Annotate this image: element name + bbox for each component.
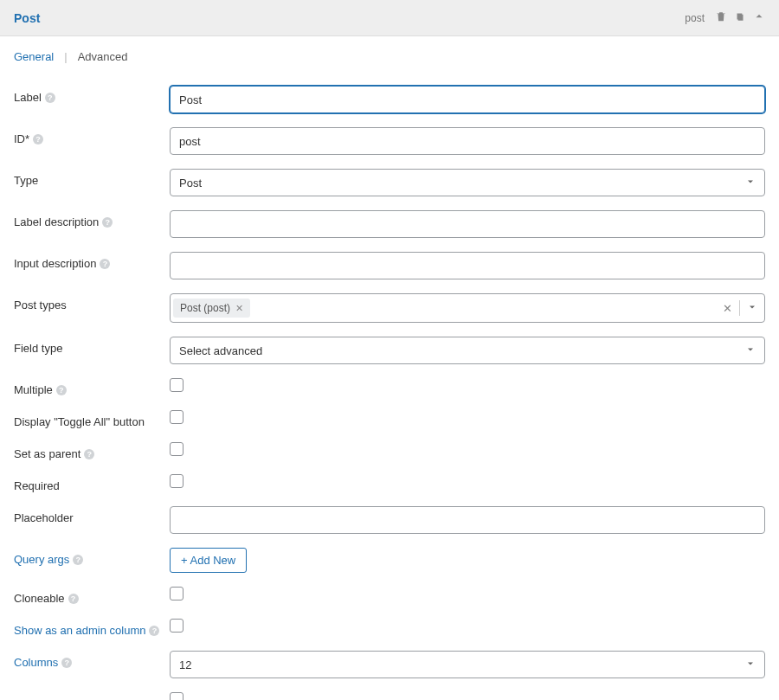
admin-col-checkbox[interactable] — [170, 619, 183, 633]
label-text: Post types — [14, 299, 67, 311]
add-new-button[interactable]: + Add New — [170, 548, 247, 573]
label-text: Multiple — [14, 383, 53, 396]
label-toggle-all: Display "Toggle All" button — [14, 410, 170, 428]
help-icon[interactable]: ? — [56, 385, 67, 395]
label-text: Input description — [14, 257, 96, 270]
label-text: ID* — [14, 132, 29, 145]
label-label: Label ? — [14, 86, 170, 104]
help-icon[interactable]: ? — [33, 134, 43, 144]
toggle-all-checkbox[interactable] — [170, 410, 183, 424]
copy-icon[interactable] — [734, 10, 746, 25]
label-text: Required — [14, 479, 60, 492]
tab-advanced[interactable]: Advanced — [78, 50, 128, 63]
label-text: Field type — [14, 342, 62, 355]
row-columns: Columns ? 12 — [14, 651, 765, 678]
label-input[interactable] — [170, 86, 765, 113]
form-body: Label ? ID* ? Type Post Label descriptio… — [0, 86, 779, 700]
row-query-args: Query args ? + Add New — [14, 548, 765, 573]
chevron-down-icon[interactable] — [747, 302, 757, 315]
row-post-types: Post types Post (post) ✕ ✕ — [14, 293, 765, 323]
post-types-select[interactable]: Post (post) ✕ ✕ — [170, 293, 765, 323]
separator — [739, 300, 740, 316]
label-text: Set as parent — [14, 447, 80, 460]
cloneable-checkbox[interactable] — [170, 587, 183, 600]
row-tooltip: Tooltip — [14, 692, 765, 700]
row-input-desc: Input description ? — [14, 252, 765, 279]
row-id: ID* ? — [14, 127, 765, 155]
label-text[interactable]: Show as an admin column — [14, 624, 145, 637]
row-cloneable: Cloneable ? — [14, 587, 765, 605]
chevron-down-icon — [745, 344, 756, 357]
label-text: Placeholder — [14, 511, 74, 524]
help-icon[interactable]: ? — [102, 217, 113, 228]
label-tooltip: Tooltip — [14, 692, 170, 700]
tag-label: Post (post) — [180, 302, 230, 314]
field-type-select[interactable]: Select advanced — [170, 337, 765, 364]
label-multiple: Multiple ? — [14, 378, 170, 396]
label-field-type: Field type — [14, 337, 170, 355]
label-desc-input[interactable] — [170, 210, 765, 238]
label-placeholder: Placeholder — [14, 506, 170, 524]
tab-general[interactable]: General — [14, 50, 54, 63]
row-type: Type Post — [14, 169, 765, 196]
help-icon[interactable]: ? — [73, 555, 83, 565]
help-icon[interactable]: ? — [68, 594, 79, 604]
row-toggle-all: Display "Toggle All" button — [14, 410, 765, 428]
clear-all-icon[interactable]: ✕ — [723, 302, 732, 315]
label-post-types: Post types — [14, 293, 170, 311]
required-checkbox[interactable] — [170, 474, 183, 488]
label-text[interactable]: Query args — [14, 553, 69, 566]
label-admin-col: Show as an admin column ? — [14, 619, 170, 637]
label-set-parent: Set as parent ? — [14, 442, 170, 460]
label-input-desc: Input description ? — [14, 252, 170, 270]
chevron-down-icon — [745, 658, 756, 671]
row-label: Label ? — [14, 86, 765, 113]
help-icon[interactable]: ? — [149, 626, 159, 636]
label-label-desc: Label description ? — [14, 210, 170, 228]
help-icon[interactable]: ? — [84, 449, 94, 459]
row-admin-col: Show as an admin column ? — [14, 619, 765, 637]
input-desc-input[interactable] — [170, 252, 765, 279]
panel-title: Post — [14, 11, 40, 25]
label-columns: Columns ? — [14, 651, 170, 669]
remove-tag-icon[interactable]: ✕ — [235, 303, 243, 314]
label-cloneable: Cloneable ? — [14, 587, 170, 605]
label-text: Cloneable — [14, 592, 65, 605]
chevron-down-icon — [745, 177, 756, 189]
help-icon[interactable]: ? — [45, 93, 55, 103]
columns-select[interactable]: 12 — [170, 651, 765, 678]
trash-icon[interactable] — [715, 10, 727, 25]
label-text[interactable]: Columns — [14, 656, 58, 669]
panel-type-slug: post — [685, 12, 705, 24]
multiple-checkbox[interactable] — [170, 378, 183, 392]
help-icon[interactable]: ? — [100, 259, 110, 269]
id-input[interactable] — [170, 127, 765, 155]
row-label-desc: Label description ? — [14, 210, 765, 238]
label-required: Required — [14, 474, 170, 492]
panel-actions: post — [685, 10, 765, 25]
row-multiple: Multiple ? — [14, 378, 765, 396]
label-text: Label — [14, 91, 42, 104]
select-value: Post — [179, 177, 202, 189]
tabs: General | Advanced — [0, 36, 779, 72]
set-parent-checkbox[interactable] — [170, 442, 183, 456]
row-field-type: Field type Select advanced — [14, 337, 765, 364]
select-value: 12 — [179, 658, 191, 671]
row-required: Required — [14, 474, 765, 492]
label-text: Display "Toggle All" button — [14, 415, 145, 428]
type-select[interactable]: Post — [170, 169, 765, 196]
collapse-icon[interactable] — [753, 10, 765, 25]
post-type-tag: Post (post) ✕ — [173, 299, 250, 318]
row-placeholder: Placeholder — [14, 506, 765, 534]
help-icon[interactable]: ? — [61, 658, 72, 668]
label-type: Type — [14, 169, 170, 187]
select-value: Select advanced — [179, 344, 262, 357]
label-text: Label description — [14, 215, 99, 228]
tab-separator: | — [64, 50, 67, 63]
row-set-parent: Set as parent ? — [14, 442, 765, 460]
tooltip-checkbox[interactable] — [170, 692, 183, 700]
placeholder-input[interactable] — [170, 506, 765, 534]
panel-header: Post post — [0, 0, 779, 36]
label-id: ID* ? — [14, 127, 170, 145]
label-query-args: Query args ? — [14, 548, 170, 566]
